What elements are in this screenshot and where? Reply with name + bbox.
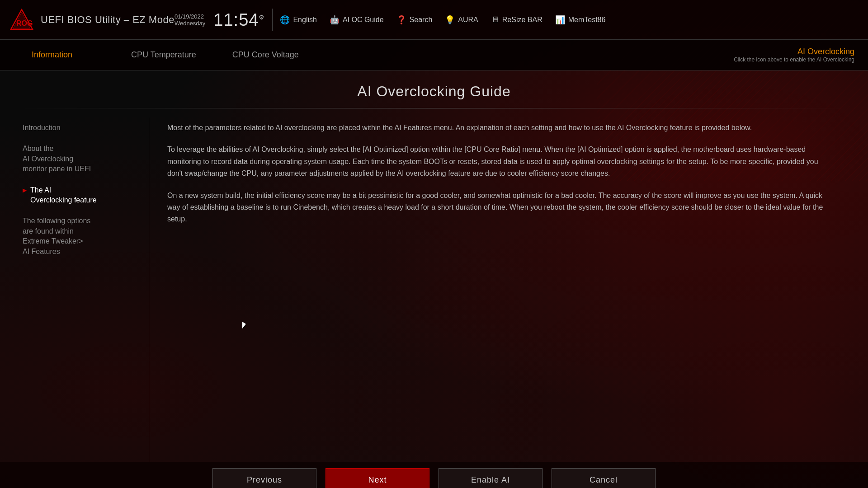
cancel-button[interactable]: Cancel (552, 468, 656, 488)
language-icon: 🌐 (280, 15, 290, 25)
enable-ai-button[interactable]: Enable AI (439, 468, 542, 488)
previous-button[interactable]: Previous (212, 468, 316, 488)
ai-oc-section-desc: Click the icon above to enable the AI Ov… (734, 56, 854, 63)
aura-icon: 💡 (445, 15, 455, 25)
divider (272, 9, 273, 31)
info-item-cpu-voltage: CPU Core Voltage (214, 40, 317, 70)
top-bar: ROG UEFI BIOS Utility – EZ Mode 01/19/20… (0, 0, 868, 40)
time-display: 11:54⚙ (213, 11, 265, 28)
cpu-temp-label: CPU Temperature (131, 50, 196, 60)
nav-ai-oc-guide[interactable]: 🤖 AI OC Guide (330, 15, 384, 25)
next-button[interactable]: Next (326, 468, 429, 488)
info-item-information: Information (14, 40, 113, 70)
bios-title: UEFI BIOS Utility – EZ Mode (41, 14, 175, 26)
guide-paragraph-3: On a new system build, the initial effic… (167, 190, 832, 225)
search-icon: ❓ (396, 15, 406, 25)
nav-memtest[interactable]: 📊 MemTest86 (555, 15, 606, 25)
language-label: English (293, 16, 316, 24)
memtest-label: MemTest86 (568, 16, 606, 24)
sidebar-following-options-label: The following optionsare found withinExt… (23, 217, 90, 255)
svg-text:ROG: ROG (16, 19, 33, 27)
sidebar-about-label: About theAI Overclockingmonitor pane in … (23, 145, 91, 173)
resize-bar-icon: 🖥 (491, 15, 499, 24)
guide-body: Introduction About theAI Overclockingmon… (18, 117, 850, 462)
nav-resize-bar[interactable]: 🖥 ReSize BAR (491, 15, 542, 24)
datetime-area: 01/19/2022 Wednesday (175, 13, 205, 27)
information-label: Information (32, 50, 95, 60)
ai-oc-label: AI OC Guide (343, 16, 384, 24)
nav-search[interactable]: ❓ Search (396, 15, 433, 25)
memtest-icon: 📊 (555, 15, 565, 25)
info-item-ai-oc: AI Overclocking Click the icon above to … (734, 40, 854, 70)
nav-language[interactable]: 🌐 English (280, 15, 316, 25)
info-bar: Information CPU Temperature CPU Core Vol… (0, 40, 868, 70)
guide-text-area: Most of the parameters related to AI ove… (149, 117, 850, 462)
ai-oc-section-label: AI Overclocking (734, 47, 854, 56)
rog-logo: ROG (9, 9, 34, 31)
top-nav: 🌐 English 🤖 AI OC Guide ❓ Search 💡 AURA … (280, 15, 859, 25)
search-label: Search (410, 16, 433, 24)
sidebar-item-ai-feature[interactable]: The AIOverclocking feature (18, 180, 140, 211)
sidebar-item-following-options[interactable]: The following optionsare found withinExt… (18, 211, 140, 262)
aura-label: AURA (458, 16, 478, 24)
guide-separator (18, 108, 850, 108)
guide-sidebar: Introduction About theAI Overclockingmon… (18, 117, 149, 462)
nav-aura[interactable]: 💡 AURA (445, 15, 478, 25)
sidebar-ai-feature-label: The AIOverclocking feature (30, 185, 97, 206)
date-display: 01/19/2022 Wednesday (175, 13, 205, 27)
sidebar-item-about[interactable]: About theAI Overclockingmonitor pane in … (18, 138, 140, 179)
resize-bar-label: ReSize BAR (502, 16, 542, 24)
bottom-buttons: Previous Next Enable AI Cancel (0, 462, 868, 488)
main-content: AI Overclocking Guide Introduction About… (0, 70, 868, 462)
logo-area: ROG UEFI BIOS Utility – EZ Mode (9, 9, 175, 31)
guide-paragraph-1: Most of the parameters related to AI ove… (167, 122, 832, 134)
info-item-cpu-temp: CPU Temperature (113, 40, 214, 70)
cpu-voltage-label: CPU Core Voltage (232, 50, 299, 60)
guide-paragraph-2: To leverage the abilities of AI Overcloc… (167, 144, 832, 179)
sidebar-introduction-label: Introduction (23, 124, 61, 131)
sidebar-item-introduction[interactable]: Introduction (18, 117, 140, 138)
ai-oc-icon: 🤖 (330, 15, 340, 25)
guide-title: AI Overclocking Guide (0, 70, 868, 108)
